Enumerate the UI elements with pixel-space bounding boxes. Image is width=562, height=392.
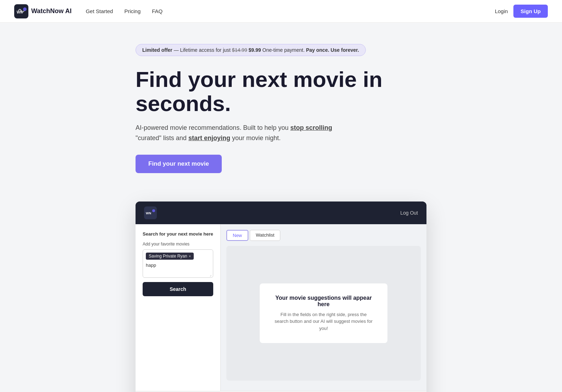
- results-area: Your movie suggestions will appear here …: [226, 246, 421, 381]
- panel-title: Search for your next movie here: [143, 231, 213, 237]
- nav-get-started[interactable]: Get Started: [86, 8, 113, 14]
- svg-text:WN: WN: [146, 211, 151, 215]
- promo-banner: Limited offer — Lifetime access for just…: [136, 44, 366, 56]
- app-logo-icon: WN: [144, 206, 157, 219]
- svg-point-5: [152, 209, 155, 212]
- movie-tag: Saving Private Ryan ×: [146, 253, 194, 260]
- app-mockup: WN Log Out Search for your next movie he…: [136, 201, 426, 392]
- logout-button[interactable]: Log Out: [400, 210, 418, 216]
- left-panel: Search for your next movie here Add your…: [136, 224, 221, 391]
- tab-watchlist[interactable]: Watchlist: [250, 230, 280, 241]
- svg-point-2: [23, 7, 27, 11]
- hero-section: Limited offer — Lifetime access for just…: [121, 23, 441, 187]
- hero-subtitle-middle: "curated" lists and: [136, 134, 187, 142]
- login-button[interactable]: Login: [495, 8, 508, 14]
- logo[interactable]: WN WatchNow AI: [14, 4, 72, 18]
- logo-text: WatchNow AI: [31, 7, 72, 15]
- promo-price-old: $14.99: [232, 47, 247, 53]
- hero-subtitle: AI-powered movie recommendations. Built …: [136, 123, 426, 143]
- cta-button[interactable]: Find your next movie: [136, 155, 222, 173]
- nav-faq[interactable]: FAQ: [152, 8, 162, 14]
- resize-handle: ⌟: [210, 273, 211, 277]
- logo-icon: WN: [14, 4, 28, 18]
- app-body: Search for your next movie here Add your…: [136, 224, 426, 391]
- placeholder-card: Your movie suggestions will appear here …: [260, 283, 387, 343]
- promo-dash: —: [174, 47, 179, 53]
- nav-right: Login Sign Up: [495, 5, 548, 18]
- promo-badge: Limited offer: [142, 47, 172, 53]
- promo-text-before: Lifetime access for just: [180, 47, 231, 53]
- app-topbar: WN Log Out: [136, 201, 426, 224]
- right-panel: New Watchlist Your movie suggestions wil…: [221, 224, 426, 391]
- search-button[interactable]: Search: [143, 282, 213, 296]
- movie-input-area[interactable]: Saving Private Ryan × happ ⌟: [143, 249, 213, 278]
- promo-text-after: One-time payment.: [263, 47, 305, 53]
- hero-subtitle-after: your movie night.: [232, 134, 281, 142]
- hero-subtitle-link2: start enjoying: [188, 134, 230, 142]
- placeholder-desc: Fill in the fields on the right side, pr…: [274, 311, 373, 332]
- signup-button[interactable]: Sign Up: [513, 5, 548, 18]
- movie-tag-label: Saving Private Ryan: [149, 254, 187, 259]
- promo-tagline: Pay once. Use forever.: [306, 47, 359, 53]
- placeholder-title: Your movie suggestions will appear here: [274, 295, 373, 308]
- nav-links: Get Started Pricing FAQ: [86, 8, 495, 14]
- promo-price-new: $9.99: [249, 47, 261, 53]
- nav-pricing[interactable]: Pricing: [124, 8, 140, 14]
- hero-title: Find your next movie in seconds.: [136, 67, 426, 116]
- field-label: Add your favorite movies: [143, 242, 213, 247]
- navbar: WN WatchNow AI Get Started Pricing FAQ L…: [0, 0, 562, 23]
- movie-input-text[interactable]: happ: [146, 262, 210, 269]
- tag-remove-icon[interactable]: ×: [189, 254, 191, 258]
- tab-new[interactable]: New: [226, 230, 248, 241]
- hero-subtitle-link1: stop scrolling: [290, 124, 332, 131]
- app-mockup-wrapper: WN Log Out Search for your next movie he…: [121, 201, 441, 392]
- hero-subtitle-before: AI-powered movie recommendations. Built …: [136, 124, 288, 131]
- tabs: New Watchlist: [226, 230, 421, 241]
